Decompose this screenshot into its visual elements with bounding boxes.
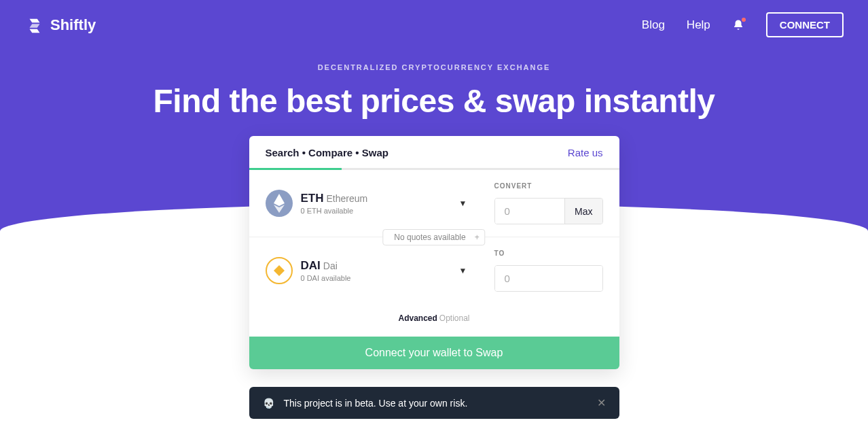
hero-headline: Find the best prices & swap instantly [0,82,868,120]
shiftly-logo-icon [24,15,45,35]
banner-text: This project is in beta. Use at your own… [284,398,587,409]
to-token-selector[interactable]: DAIDai 0 DAI available ▼ [266,257,494,284]
from-available: 0 ETH available [301,207,451,215]
to-available: 0 DAI available [301,274,451,282]
swap-cta-button[interactable]: Connect your wallet to Swap [249,337,619,369]
notification-badge [742,18,746,22]
to-label: TO [494,250,603,257]
to-name: Dai [323,260,338,271]
from-amount-input[interactable] [495,199,565,224]
hero-eyebrow: DECENTRALIZED CRYPTOCURRENCY EXCHANGE [0,63,868,71]
brand-name: Shiftly [50,16,96,34]
skull-icon: 💀 [263,398,274,409]
nav-help[interactable]: Help [687,18,710,32]
advanced-toggle[interactable]: AdvancedOptional [249,304,619,337]
rate-us-link[interactable]: Rate us [568,147,603,158]
from-symbol: ETH [301,192,324,205]
close-icon[interactable]: ✕ [597,396,606,409]
eth-icon [266,190,293,217]
notifications-icon[interactable] [732,19,744,31]
card-title: Search • Compare • Swap [266,147,388,158]
swap-card: Search • Compare • Swap Rate us ETHEther… [249,136,619,369]
beta-banner: 💀 This project is in beta. Use at your o… [249,387,619,419]
quote-status: No quotes available + [382,229,485,245]
max-button[interactable]: Max [564,199,602,224]
dai-icon [266,257,293,284]
convert-label: CONVERT [494,182,603,190]
nav-blog[interactable]: Blog [642,18,665,32]
chevron-down-icon: ▼ [459,199,467,208]
from-token-selector[interactable]: ETHEthereum 0 ETH available ▼ [266,190,494,217]
to-amount-input[interactable] [495,266,602,291]
header: Shiftly Blog Help CONNECT [0,0,868,50]
brand-logo[interactable]: Shiftly [24,15,96,35]
expand-quotes-icon[interactable]: + [475,233,480,242]
chevron-down-icon: ▼ [459,266,467,275]
from-name: Ethereum [327,193,368,204]
to-symbol: DAI [301,259,321,272]
connect-button[interactable]: CONNECT [766,12,844,37]
